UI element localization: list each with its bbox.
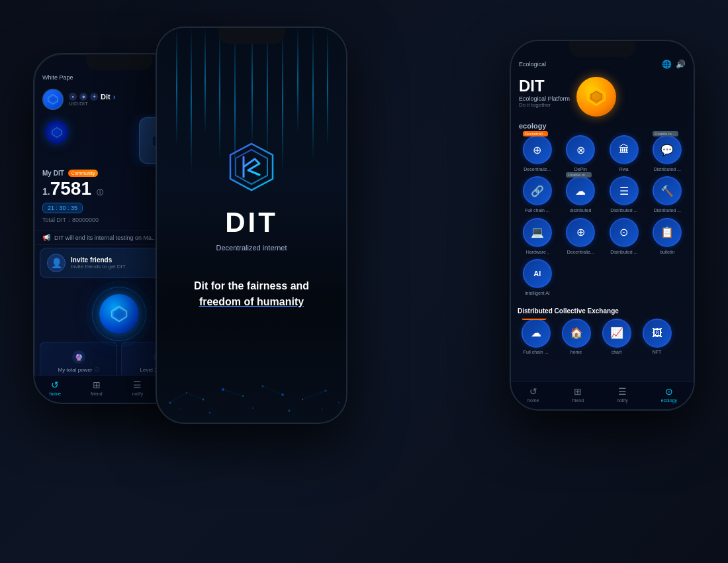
ecology-item-1[interactable]: ⊗ DePin [561, 135, 601, 172]
center-subtitle: Decentralized internet [216, 244, 287, 252]
svg-marker-18 [236, 150, 267, 184]
center-screen: DIT Decentralized internet Dit for the f… [157, 28, 346, 423]
eco-icon-3: 💬 [653, 135, 682, 164]
right-nav-home[interactable]: ↺ home [527, 386, 539, 403]
exchange-item-2[interactable]: 📈 chart [598, 319, 635, 354]
invite-text: Invite friends Invite friends to get DIT [71, 256, 126, 270]
dit-hero-text: DIT Ecological Platform Do it together [519, 77, 570, 108]
friend-nav-icon: ⊞ [93, 380, 101, 390]
eco-icon-11: 📋 [653, 218, 682, 247]
timer-badge: 21 : 30 : 35 [42, 203, 83, 213]
notify-nav-icon: ☰ [133, 380, 142, 390]
dit-label: My DIT [42, 170, 64, 177]
eco-icon-8: 💻 [523, 218, 552, 247]
profile-icons-row: ● ◈ ✦ [69, 93, 98, 101]
ecology-item-9[interactable]: ⊕ Decentraliz... [561, 218, 601, 255]
nav-home[interactable]: ↺ home [50, 380, 62, 396]
eco-icon-1: ⊗ [566, 135, 595, 164]
right-nav-ecology[interactable]: ⊙ ecology [661, 386, 677, 403]
right-ecology-icon: ⊙ [665, 386, 673, 397]
right-nav-friend[interactable]: ⊞ friend [572, 386, 584, 403]
eco-label-4: Full chain ... [525, 208, 550, 213]
center-title: DIT [225, 207, 278, 238]
globe-icon-right[interactable]: 🌐 [662, 60, 672, 69]
ecology-item-6[interactable]: ☰ Distributed ... [604, 176, 644, 213]
eco-label-9: Decentraliz... [567, 250, 594, 255]
right-friend-icon: ⊞ [574, 386, 582, 397]
eco-label-8: Hardware , [526, 250, 549, 255]
chevron-icon: › [113, 93, 116, 101]
eco-label-10: Distributed ... [610, 250, 637, 255]
eco-label-6: Distributed ... [610, 208, 637, 213]
svg-marker-1 [50, 97, 56, 103]
ecology-item-3[interactable]: Unable to ... 💬 Distributed ... [648, 135, 688, 172]
invite-avatar: 👤 [47, 254, 66, 272]
distributed-exchange: Distributed Collective Exchange Full cha… [511, 305, 694, 357]
svg-marker-14 [52, 127, 61, 136]
eco-icon-5: ☁ [566, 176, 595, 205]
right-header-title: Ecological [519, 61, 546, 68]
phone-right: Ecological 🌐 🔊 DIT Ecological Platform D… [510, 40, 695, 411]
ecology-item-4[interactable]: 🔗 Full chain ... [518, 176, 557, 213]
exchange-item-1[interactable]: 🏠 home [558, 319, 594, 354]
home-nav-icon: ↺ [51, 380, 59, 390]
exchange-icon-3: 🖼 [643, 319, 672, 348]
avatar [42, 89, 64, 110]
right-nav-notify[interactable]: ☰ notify [617, 386, 628, 403]
float-orb [45, 121, 68, 144]
ecology-item-0[interactable]: Decentrali... ⊕ Decentraliz... [518, 135, 557, 172]
phone-center: DIT Decentralized internet Dit for the f… [156, 26, 347, 424]
svg-line-38 [302, 391, 326, 399]
svg-point-28 [338, 402, 340, 403]
left-header-title: White Pape [42, 74, 73, 81]
ecology-item-12[interactable]: AI Intelligent AI [518, 259, 557, 296]
eco-label-5: distributed [570, 208, 591, 213]
nav-friend[interactable]: ⊞ friend [91, 380, 103, 396]
exchange-icon-2: 📈 [602, 319, 631, 348]
profile-icon-2: ◈ [79, 93, 87, 101]
svg-point-31 [252, 407, 253, 409]
ecology-grid: Decentrali... ⊕ Decentraliz... ⊗ DePin 🏛… [518, 135, 687, 297]
center-tagline: Dit for the fairness and freedom of huma… [174, 278, 329, 310]
ecology-item-5[interactable]: Unable to ... ☁ distributed [561, 176, 601, 213]
ecology-item-7[interactable]: 🔨 Distributed ... [648, 176, 688, 213]
profile-icon-3: ✦ [90, 93, 98, 101]
exchange-title: Distributed Collective Exchange [518, 307, 687, 315]
eco-icon-12: AI [523, 259, 552, 288]
eco-icon-6: ☰ [610, 176, 639, 205]
power-icon-total: 🔮 [72, 350, 85, 364]
ecology-item-10[interactable]: ⊙ Distributed ... [604, 218, 644, 255]
svg-point-33 [322, 409, 323, 410]
exchange-item-0[interactable]: Full chain ... ☁ Full chain ... [518, 319, 554, 354]
speaker-icon-right[interactable]: 🔊 [676, 60, 686, 69]
center-notch [218, 28, 285, 44]
profile-icon-1: ● [69, 93, 77, 101]
right-home-icon: ↺ [529, 386, 537, 397]
eco-icon-4: 🔗 [523, 176, 552, 205]
ecology-item-11[interactable]: 📋 bulletin [648, 218, 688, 255]
total-power-card: 🔮 My total power ⓘ [40, 342, 117, 379]
main-orb[interactable] [99, 294, 139, 334]
eco-label-2: Rwa [619, 167, 629, 172]
svg-marker-17 [230, 144, 273, 190]
ecology-item-2[interactable]: 🏛 Rwa [604, 135, 644, 172]
right-bottom-nav: ↺ home ⊞ friend ☰ notify ⊙ ecology [511, 382, 694, 409]
eco-badge-0: Decentrali... [523, 131, 548, 136]
ecology-item-8[interactable]: 💻 Hardware , [518, 218, 557, 255]
svg-line-36 [223, 389, 243, 396]
dit-hero: DIT Ecological Platform Do it together [511, 72, 694, 122]
center-logo [225, 140, 278, 193]
eco-icon-0: ⊕ [523, 135, 552, 164]
info-icon: ⓘ [95, 366, 99, 373]
exchange-row: Full chain ... ☁ Full chain ... 🏠 home 📈… [518, 319, 687, 354]
eco-label-1: DePin [574, 167, 587, 172]
total-power-label: My total power ⓘ [46, 366, 111, 373]
exchange-badge-0: Full chain ... [522, 319, 547, 320]
eco-icon-7: 🔨 [653, 176, 682, 205]
svg-point-30 [209, 412, 211, 414]
svg-point-32 [289, 410, 291, 412]
nav-notify[interactable]: ☰ notify [132, 380, 144, 396]
exchange-item-3[interactable]: 🖼 NFT [639, 319, 675, 354]
svg-marker-15 [112, 307, 126, 321]
svg-line-37 [263, 386, 283, 395]
